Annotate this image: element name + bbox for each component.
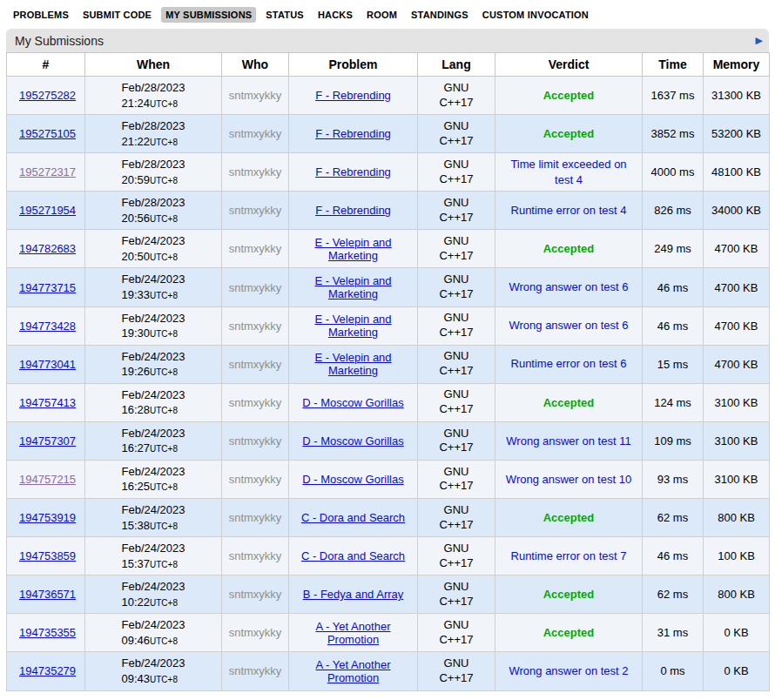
submission-id-link[interactable]: 194757215 xyxy=(19,473,76,486)
submission-date: Feb/28/2023 xyxy=(121,81,185,94)
verdict-text: Accepted xyxy=(543,396,595,409)
submission-id-link[interactable]: 194753859 xyxy=(19,549,76,562)
lang-cell: GNU C++17 xyxy=(418,614,495,652)
problem-link[interactable]: C - Dora and Search xyxy=(301,511,405,524)
nav-standings[interactable]: STANDINGS xyxy=(407,7,473,23)
who-cell: sntmxykky xyxy=(222,268,289,306)
col-header-id: # xyxy=(7,53,85,77)
exec-time-cell: 62 ms xyxy=(643,575,704,614)
submission-date: Feb/24/2023 xyxy=(121,618,185,631)
lang-cell: GNU C++17 xyxy=(418,652,495,690)
verdict-text: Accepted xyxy=(543,588,595,601)
submission-id-cell: 194735355 xyxy=(7,614,85,652)
when-cell: Feb/24/2023 19:26UTC+8 xyxy=(85,345,222,383)
submission-id-link[interactable]: 195275282 xyxy=(19,89,76,102)
when-cell: Feb/24/2023 10:22UTC+8 xyxy=(85,575,222,614)
language-label: GNU C++17 xyxy=(439,427,473,454)
submission-id-link[interactable]: 194753919 xyxy=(19,511,76,524)
problem-link[interactable]: E - Velepin and Marketing xyxy=(314,313,391,339)
table-row: 194773715 Feb/24/2023 19:33UTC+8 sntmxyk… xyxy=(7,268,770,306)
language-label: GNU C++17 xyxy=(439,81,473,109)
username: sntmxykky xyxy=(229,588,282,601)
submission-id-link[interactable]: 194735355 xyxy=(19,626,76,639)
memory-cell: 800 KB xyxy=(704,575,770,614)
nav-status[interactable]: STATUS xyxy=(261,7,308,23)
problem-link[interactable]: D - Moscow Gorillas xyxy=(302,473,403,486)
exec-time-cell: 46 ms xyxy=(643,537,704,575)
verdict-cell: Accepted xyxy=(495,383,643,421)
exec-time-cell: 1637 ms xyxy=(643,77,704,115)
problem-link[interactable]: D - Moscow Gorillas xyxy=(302,434,403,448)
submission-id-cell: 195275105 xyxy=(7,115,85,153)
submission-date: Feb/28/2023 xyxy=(121,196,185,209)
verdict-text: Wrong answer on test 6 xyxy=(509,280,628,293)
problem-link[interactable]: E - Velepin and Marketing xyxy=(314,274,391,300)
submission-id-link[interactable]: 194773715 xyxy=(19,281,76,294)
col-header-who: Who xyxy=(222,53,289,77)
problem-cell: D - Moscow Gorillas xyxy=(289,421,418,460)
nav-submit-code[interactable]: SUBMIT CODE xyxy=(78,7,156,23)
submission-timezone: UTC+8 xyxy=(150,214,178,224)
submission-date: Feb/24/2023 xyxy=(121,465,185,478)
lang-cell: GNU C++17 xyxy=(418,575,495,614)
expand-arrow-icon[interactable]: ▶ xyxy=(756,36,763,45)
submission-date: Feb/28/2023 xyxy=(121,158,185,171)
table-row: 194753859 Feb/24/2023 15:37UTC+8 sntmxyk… xyxy=(7,537,770,575)
nav-room[interactable]: ROOM xyxy=(362,7,401,23)
verdict-cell: Accepted xyxy=(495,614,643,652)
submission-id-link[interactable]: 194773041 xyxy=(19,358,76,371)
problem-cell: E - Velepin and Marketing xyxy=(289,268,418,306)
submission-id-link[interactable]: 195272317 xyxy=(19,165,76,178)
problem-link[interactable]: E - Velepin and Marketing xyxy=(314,236,391,262)
submission-id-link[interactable]: 194757307 xyxy=(19,434,76,448)
who-cell: sntmxykky xyxy=(222,614,289,652)
submission-id-cell: 194757215 xyxy=(7,460,85,498)
problem-link[interactable]: E - Velepin and Marketing xyxy=(314,351,391,377)
submission-id-cell: 194773715 xyxy=(7,268,85,306)
submission-id-cell: 195271954 xyxy=(7,192,85,230)
submission-id-link[interactable]: 194736571 xyxy=(19,588,76,601)
username: sntmxykky xyxy=(229,434,282,448)
exec-time-cell: 826 ms xyxy=(643,192,704,230)
nav-hacks[interactable]: HACKS xyxy=(313,7,357,23)
problem-link[interactable]: A - Yet Another Promotion xyxy=(315,620,390,646)
nav-custom-invocation[interactable]: CUSTOM INVOCATION xyxy=(478,7,593,23)
nav-problems[interactable]: PROBLEMS xyxy=(9,7,73,23)
lang-cell: GNU C++17 xyxy=(418,421,495,460)
verdict-text: Accepted xyxy=(543,242,595,255)
problem-link[interactable]: B - Fedya and Array xyxy=(303,588,404,601)
verdict-text: Accepted xyxy=(543,89,595,102)
problem-link[interactable]: A - Yet Another Promotion xyxy=(315,658,390,684)
memory-cell: 4700 KB xyxy=(704,268,770,306)
language-label: GNU C++17 xyxy=(439,580,473,608)
verdict-cell: Accepted xyxy=(495,499,643,537)
memory-cell: 100 KB xyxy=(704,537,770,575)
submission-id-link[interactable]: 194757413 xyxy=(19,396,76,409)
submission-id-link[interactable]: 195271954 xyxy=(19,204,76,217)
username: sntmxykky xyxy=(229,127,282,140)
problem-link[interactable]: D - Moscow Gorillas xyxy=(302,396,403,409)
verdict-cell: Accepted xyxy=(495,115,643,153)
submission-id-cell: 194757413 xyxy=(7,383,85,421)
submission-id-link[interactable]: 194773428 xyxy=(19,320,76,333)
nav-my-submissions[interactable]: MY SUBMISSIONS xyxy=(161,7,256,23)
who-cell: sntmxykky xyxy=(222,115,289,153)
problem-link[interactable]: F - Rebrending xyxy=(315,127,391,140)
submission-time: 10:22 xyxy=(121,596,150,609)
verdict-text: Wrong answer on test 2 xyxy=(509,664,628,677)
col-header-lang: Lang xyxy=(418,53,495,77)
table-row: 194782683 Feb/24/2023 20:50UTC+8 sntmxyk… xyxy=(7,230,770,268)
problem-link[interactable]: F - Rebrending xyxy=(315,89,391,102)
problem-link[interactable]: F - Rebrending xyxy=(315,204,391,217)
verdict-cell: Wrong answer on test 2 xyxy=(495,652,643,690)
submission-timezone: UTC+8 xyxy=(150,138,178,147)
submission-date: Feb/24/2023 xyxy=(121,234,185,247)
lang-cell: GNU C++17 xyxy=(418,77,495,115)
submission-id-link[interactable]: 195275105 xyxy=(19,127,76,140)
problem-link[interactable]: C - Dora and Search xyxy=(301,549,405,562)
submission-timezone: UTC+8 xyxy=(150,176,178,185)
who-cell: sntmxykky xyxy=(222,421,289,460)
submission-id-link[interactable]: 194782683 xyxy=(19,242,76,255)
problem-link[interactable]: F - Rebrending xyxy=(315,165,391,178)
submission-id-link[interactable]: 194735279 xyxy=(19,664,76,677)
